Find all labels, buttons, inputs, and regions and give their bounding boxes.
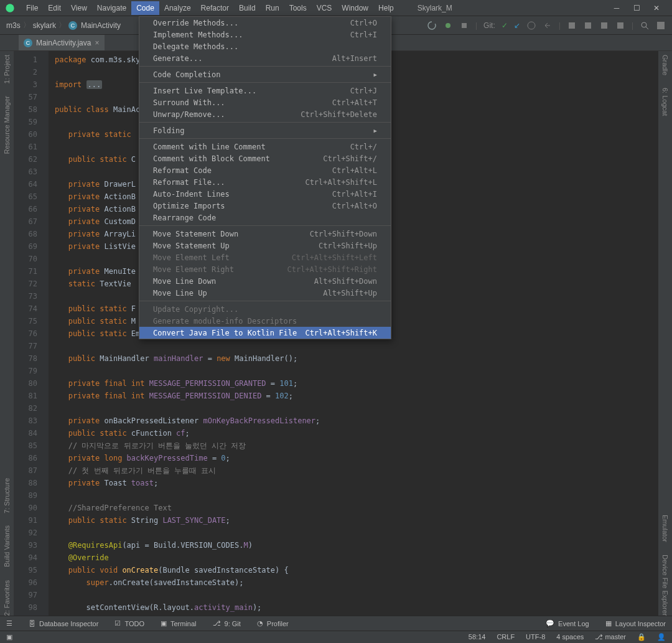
avd-icon[interactable] xyxy=(567,21,577,31)
gutter-line: 75 xyxy=(14,315,37,327)
menu-file[interactable]: File xyxy=(21,1,43,15)
menu-item-folding[interactable]: Folding▶ xyxy=(139,124,391,136)
bottom-menu-icon[interactable]: ☰ xyxy=(6,619,12,627)
menu-refactor[interactable]: Refactor xyxy=(196,1,234,15)
git-commit-icon[interactable]: ✓ xyxy=(502,21,508,30)
close-button[interactable]: ✕ xyxy=(652,4,661,12)
gutter-line: 71 xyxy=(14,265,37,278)
right-tool-strip: Gradle 6: Logcat Emulator Device File Ex… xyxy=(658,51,672,616)
menu-item-comment-with-block-comment[interactable]: Comment with Block CommentCtrl+Shift+/ xyxy=(139,153,391,164)
class-icon: C xyxy=(24,39,32,47)
menu-item-convert-java-file-to-kotlin-file[interactable]: Convert Java File to Kotlin FileCtrl+Alt… xyxy=(139,327,391,339)
menu-help[interactable]: Help xyxy=(373,1,399,15)
menu-item-override-methods[interactable]: Override Methods...Ctrl+O xyxy=(139,17,391,29)
git-label: Git: xyxy=(483,21,495,30)
menu-analyze[interactable]: Analyze xyxy=(159,1,196,15)
gutter-line: 3 xyxy=(14,78,37,91)
menu-item-insert-live-template[interactable]: Insert Live Template...Ctrl+J xyxy=(139,85,391,96)
breadcrumb-pkg[interactable]: skylark xyxy=(33,21,56,30)
menu-run[interactable]: Run xyxy=(261,1,284,15)
menu-item-generate[interactable]: Generate...Alt+Insert xyxy=(139,52,391,64)
side-build-variants[interactable]: Build Variants xyxy=(3,525,11,567)
menu-item-reformat-code[interactable]: Reformat CodeCtrl+Alt+L xyxy=(139,164,391,176)
gutter-line: 76 xyxy=(14,327,37,340)
menu-item-optimize-imports[interactable]: Optimize ImportsCtrl+Alt+O xyxy=(139,200,391,212)
layout-icon[interactable] xyxy=(615,21,625,31)
resource-icon[interactable] xyxy=(599,21,609,31)
menu-item-unwrap-remove[interactable]: Unwrap/Remove...Ctrl+Shift+Delete xyxy=(139,108,391,120)
gutter-line: 60 xyxy=(14,128,37,141)
breadcrumb-class[interactable]: MainActivity xyxy=(81,21,121,30)
class-icon: C xyxy=(68,21,77,30)
menu-item-auto-indent-lines[interactable]: Auto-Indent LinesCtrl+Alt+I xyxy=(139,188,391,200)
gutter-line: 84 xyxy=(14,427,37,439)
status-icon[interactable]: ▣ xyxy=(6,633,12,641)
submenu-arrow-icon: ▶ xyxy=(374,72,377,78)
inspection-icon[interactable]: 👤 xyxy=(657,633,666,641)
file-encoding[interactable]: UTF-8 xyxy=(526,633,545,641)
side-logcat[interactable]: 6: Logcat xyxy=(661,88,669,116)
side-resource-manager[interactable]: Resource Manager xyxy=(3,96,11,154)
gutter-line: 96 xyxy=(14,576,37,589)
menu-item-move-statement-up[interactable]: Move Statement UpCtrl+Shift+Up xyxy=(139,240,391,251)
indent[interactable]: 4 spaces xyxy=(556,633,584,641)
menu-item-code-completion[interactable]: Code Completion▶ xyxy=(139,68,391,80)
menu-edit[interactable]: Edit xyxy=(43,1,66,15)
menu-vcs[interactable]: VCS xyxy=(312,1,337,15)
gutter-line: 94 xyxy=(14,551,37,564)
menu-item-reformat-file[interactable]: Reformat File...Ctrl+Alt+Shift+L xyxy=(139,176,391,188)
todo-button[interactable]: ☑ TODO xyxy=(114,619,144,627)
menu-item-move-line-up[interactable]: Move Line UpAlt+Shift+Up xyxy=(139,287,391,299)
breadcrumb-root[interactable]: m3s xyxy=(6,21,21,30)
menu-code[interactable]: Code xyxy=(131,1,159,15)
profiler-button[interactable]: ◔ Profiler xyxy=(257,619,289,627)
bug-icon[interactable] xyxy=(443,21,453,31)
menu-item-surround-with[interactable]: Surround With...Ctrl+Alt+T xyxy=(139,96,391,108)
user-icon[interactable] xyxy=(656,21,666,31)
db-inspector-button[interactable]: 🗄 Database Inspector xyxy=(29,620,98,627)
minimize-button[interactable]: ─ xyxy=(612,4,621,12)
layout-inspector-button[interactable]: ▦ Layout Inspector xyxy=(605,619,666,627)
svg-rect-6 xyxy=(601,22,607,29)
stop-icon[interactable] xyxy=(459,21,469,31)
line-separator[interactable]: CRLF xyxy=(497,633,515,641)
search-icon[interactable] xyxy=(640,21,650,31)
maximize-button[interactable]: ☐ xyxy=(632,4,641,12)
git-update-icon[interactable]: ↙ xyxy=(514,21,520,30)
menu-tools[interactable]: Tools xyxy=(284,1,312,15)
tab-mainactivity[interactable]: C MainActivity.java × xyxy=(19,35,105,50)
git-branch[interactable]: ⎇ master xyxy=(595,633,626,641)
history-icon[interactable] xyxy=(526,21,536,31)
gutter-line: 95 xyxy=(14,564,37,576)
menu-item-delegate-methods[interactable]: Delegate Methods... xyxy=(139,40,391,52)
sdk-icon[interactable] xyxy=(583,21,593,31)
gutter-line: 86 xyxy=(14,452,37,464)
caret-position[interactable]: 58:14 xyxy=(469,633,486,641)
event-log-button[interactable]: 💬 Event Log xyxy=(546,619,589,627)
menu-build[interactable]: Build xyxy=(234,1,261,15)
menu-item-comment-with-line-comment[interactable]: Comment with Line CommentCtrl+/ xyxy=(139,141,391,153)
breadcrumb[interactable]: m3s 〉 skylark 〉 C MainActivity xyxy=(6,20,121,31)
lock-icon[interactable]: 🔒 xyxy=(637,633,646,641)
menu-item-move-line-down[interactable]: Move Line DownAlt+Shift+Down xyxy=(139,275,391,287)
side-structure[interactable]: 7: Structure xyxy=(3,478,11,514)
menu-item-move-statement-down[interactable]: Move Statement DownCtrl+Shift+Down xyxy=(139,228,391,240)
menu-item-rearrange-code[interactable]: Rearrange Code xyxy=(139,212,391,223)
menu-view[interactable]: View xyxy=(66,1,92,15)
side-emulator[interactable]: Emulator xyxy=(661,515,669,542)
side-project[interactable]: 1: Project xyxy=(3,55,11,83)
menu-item-implement-methods[interactable]: Implement Methods...Ctrl+I xyxy=(139,29,391,40)
side-favorites[interactable]: 2: Favorites xyxy=(3,580,11,616)
status-bar: ▣ 58:14 CRLF UTF-8 4 spaces ⎇ master 🔒 👤 xyxy=(0,631,672,643)
menu-window[interactable]: Window xyxy=(337,1,373,15)
side-gradle[interactable]: Gradle xyxy=(661,55,669,75)
revert-icon[interactable] xyxy=(543,21,553,31)
svg-point-0 xyxy=(6,4,14,12)
terminal-button[interactable]: ▣ Terminal xyxy=(161,619,197,627)
sync-icon[interactable] xyxy=(427,21,437,31)
tab-close-icon[interactable]: × xyxy=(95,39,99,47)
side-device-file-explorer[interactable]: Device File Explorer xyxy=(661,555,669,616)
git-button[interactable]: ⎇ 9: Git xyxy=(213,619,241,627)
menu-navigate[interactable]: Navigate xyxy=(92,1,131,15)
gutter-line: 77 xyxy=(14,340,37,352)
